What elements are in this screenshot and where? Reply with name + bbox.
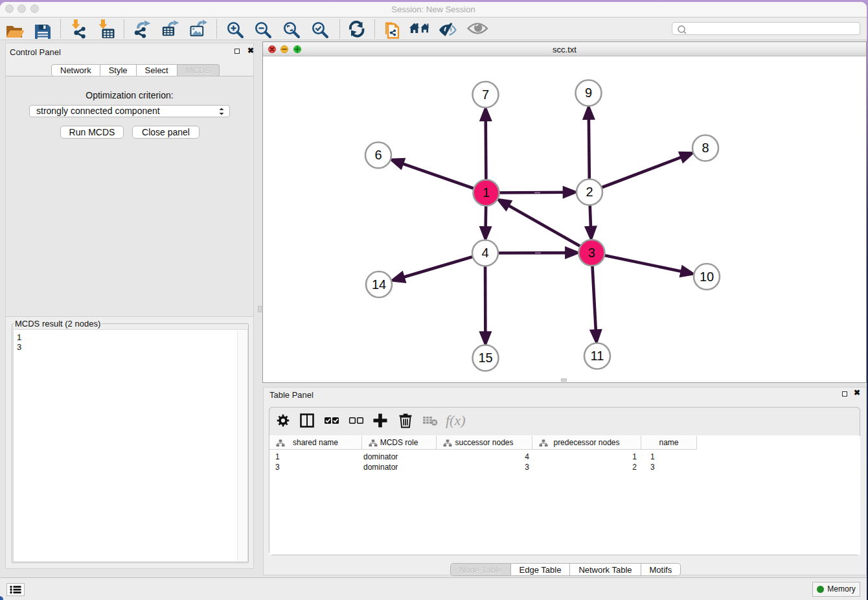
svg-text:8: 8 bbox=[702, 141, 709, 155]
svg-text:14: 14 bbox=[372, 277, 386, 292]
svg-text:9: 9 bbox=[585, 86, 592, 100]
svg-text:1: 1 bbox=[483, 185, 490, 200]
svg-text:10: 10 bbox=[700, 270, 714, 284]
svg-text:11: 11 bbox=[591, 349, 604, 363]
svg-text:15: 15 bbox=[478, 351, 492, 365]
svg-text:7: 7 bbox=[482, 87, 489, 102]
svg-text:2: 2 bbox=[586, 185, 593, 199]
svg-text:4: 4 bbox=[481, 246, 488, 260]
svg-text:3: 3 bbox=[588, 246, 595, 260]
svg-text:6: 6 bbox=[374, 148, 382, 162]
